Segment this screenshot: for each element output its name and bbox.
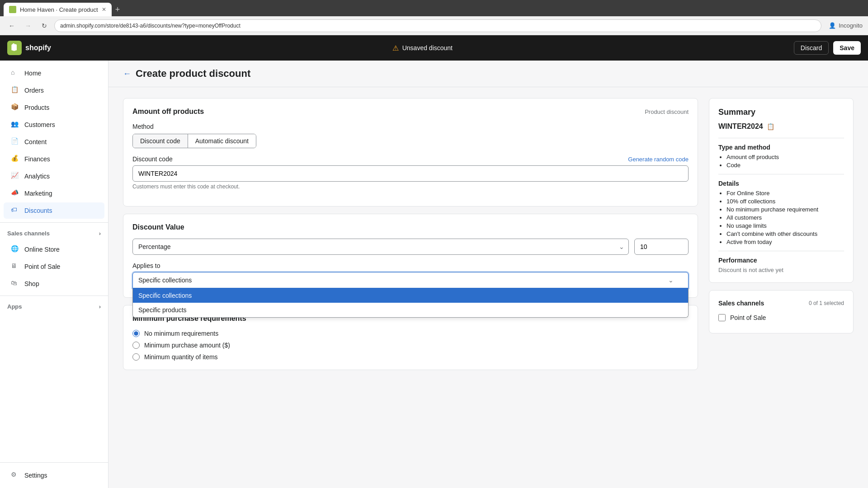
- radio-min-qty[interactable]: Minimum quantity of items: [132, 353, 689, 361]
- topbar-center: ⚠ Unsaved discount: [392, 44, 453, 52]
- pos-checkbox[interactable]: [718, 314, 726, 321]
- browser-tab[interactable]: Home Haven · Create product ✕: [4, 3, 112, 16]
- radio-no-min-label: No minimum requirements: [144, 330, 218, 337]
- sidebar-item-customers[interactable]: 👥 Customers: [4, 117, 104, 133]
- pos-icon: 🖥: [11, 262, 20, 271]
- sales-channels-chevron: ›: [99, 230, 101, 237]
- online-store-icon: 🌐: [11, 245, 20, 254]
- discount-code-header-row: Discount code Generate random code: [132, 155, 689, 163]
- method-tabs: Discount code Automatic discount: [132, 134, 256, 148]
- dropdown-option-collections[interactable]: Specific collections: [133, 288, 688, 303]
- shopify-topbar: shopify ⚠ Unsaved discount Discard Save: [0, 35, 868, 61]
- tab-favicon: [9, 6, 16, 13]
- performance-section: Performance Discount is not active yet: [718, 257, 844, 273]
- app-container: ⌂ Home 📋 Orders 📦 Products 👥 Customers 📄…: [0, 61, 868, 488]
- tab-close-icon[interactable]: ✕: [102, 6, 106, 13]
- browser-chrome: Home Haven · Create product ✕ +: [0, 0, 868, 16]
- sidebar-divider: [0, 222, 108, 223]
- sidebar-item-settings[interactable]: ⚙ Settings: [4, 467, 104, 483]
- detail-item-6: Active from today: [726, 239, 844, 245]
- main-content: ← Create product discount Amount off pro…: [108, 61, 868, 488]
- analytics-icon: 📈: [11, 172, 20, 181]
- sidebar-item-online-store[interactable]: 🌐 Online Store: [4, 241, 104, 258]
- sidebar-label-analytics: Analytics: [24, 173, 50, 180]
- percentage-select[interactable]: Percentage Fixed amount: [132, 239, 629, 255]
- radio-group: No minimum requirements Minimum purchase…: [132, 330, 689, 361]
- summary-divider-2: [718, 174, 844, 174]
- card-header-row: Amount off products Product discount: [132, 108, 689, 116]
- sidebar-item-shop[interactable]: 🛍 Shop: [4, 276, 104, 292]
- sales-channels-count: 0 of 1 selected: [809, 300, 844, 306]
- tab-automatic-discount[interactable]: Automatic discount: [188, 134, 256, 148]
- sidebar-label-content: Content: [24, 138, 47, 145]
- channel-item-pos: Point of Sale: [718, 311, 844, 324]
- discounts-icon: 🏷: [11, 206, 20, 215]
- sidebar-item-finances[interactable]: 💰 Finances: [4, 151, 104, 167]
- nav-forward-button[interactable]: →: [22, 19, 34, 32]
- generate-random-link[interactable]: Generate random code: [628, 156, 689, 163]
- sales-channels-section-header[interactable]: Sales channels ›: [0, 226, 108, 240]
- sidebar-label-orders: Orders: [24, 87, 44, 94]
- sidebar-item-home[interactable]: ⌂ Home: [4, 65, 104, 81]
- shopify-logo[interactable]: shopify: [7, 41, 51, 55]
- sidebar-label-marketing: Marketing: [24, 190, 52, 197]
- sales-channels-card-title: Sales channels: [718, 300, 764, 307]
- discount-value-card: Discount Value Percentage Fixed amount ⌄…: [123, 214, 698, 298]
- apps-section-header[interactable]: Apps ›: [0, 300, 108, 314]
- warning-icon: ⚠: [392, 44, 399, 52]
- details-title: Details: [718, 180, 844, 187]
- orders-icon: 📋: [11, 86, 20, 95]
- radio-min-amount[interactable]: Minimum purchase amount ($): [132, 342, 689, 349]
- nav-back-button[interactable]: ←: [5, 19, 18, 32]
- sidebar-item-point-of-sale[interactable]: 🖥 Point of Sale: [4, 258, 104, 275]
- percentage-select-wrapper: Percentage Fixed amount ⌄: [132, 239, 629, 255]
- back-button[interactable]: ←: [123, 69, 131, 79]
- sidebar-label-home: Home: [24, 70, 41, 77]
- page-title: Create product discount: [136, 68, 250, 80]
- detail-item-5: Can't combine with other discounts: [726, 230, 844, 237]
- address-bar[interactable]: admin.shopify.com/store/de8143-a6/discou…: [54, 19, 821, 32]
- percentage-value-wrapper: %: [634, 239, 689, 255]
- summary-divider-1: [718, 138, 844, 138]
- dropdown-option-products[interactable]: Specific products: [133, 303, 688, 317]
- radio-min-qty-input[interactable]: [132, 353, 140, 361]
- discount-code-group: Discount code Generate random code Custo…: [132, 155, 689, 190]
- summary-divider-3: [718, 251, 844, 251]
- radio-no-min[interactable]: No minimum requirements: [132, 330, 689, 337]
- sidebar-item-marketing[interactable]: 📣 Marketing: [4, 185, 104, 202]
- copy-icon[interactable]: 📋: [767, 123, 774, 130]
- main-panel: Amount off products Product discount Met…: [123, 98, 698, 370]
- discount-value-row: Percentage Fixed amount ⌄ %: [132, 239, 689, 255]
- sidebar-item-products[interactable]: 📦 Products: [4, 99, 104, 116]
- summary-card: Summary WINTER2024 📋 Type and method Amo…: [709, 98, 854, 283]
- sidebar-label-pos: Point of Sale: [24, 263, 60, 270]
- sidebar-item-analytics[interactable]: 📈 Analytics: [4, 168, 104, 184]
- applies-to-field[interactable]: Specific collections ⌄: [132, 272, 689, 288]
- save-button[interactable]: Save: [833, 41, 861, 55]
- discount-code-input[interactable]: [132, 165, 689, 182]
- nav-refresh-button[interactable]: ↻: [38, 19, 51, 32]
- summary-title: Summary: [718, 108, 844, 117]
- radio-no-min-input[interactable]: [132, 330, 140, 337]
- tab-discount-code[interactable]: Discount code: [133, 134, 188, 148]
- method-group: Method Discount code Automatic discount: [132, 123, 689, 148]
- sidebar-item-orders[interactable]: 📋 Orders: [4, 82, 104, 99]
- sidebar-item-content[interactable]: 📄 Content: [4, 134, 104, 150]
- radio-min-qty-label: Minimum quantity of items: [144, 353, 218, 361]
- new-tab-button[interactable]: +: [112, 3, 124, 16]
- incognito-label: Incognito: [839, 19, 863, 32]
- percentage-value-input[interactable]: [635, 243, 689, 250]
- discard-button[interactable]: Discard: [794, 41, 829, 55]
- type-item-1: Amount off products: [726, 154, 844, 160]
- radio-min-amount-input[interactable]: [132, 342, 140, 349]
- logo-text: shopify: [25, 44, 51, 52]
- browser-nav-bar: ← → ↻ admin.shopify.com/store/de8143-a6/…: [0, 16, 868, 35]
- sidebar-label-shop: Shop: [24, 280, 39, 287]
- sidebar-item-discounts[interactable]: 🏷 Discounts: [4, 202, 104, 219]
- radio-min-amount-label: Minimum purchase amount ($): [144, 342, 230, 349]
- sidebar-divider-2: [0, 296, 108, 296]
- incognito-icon[interactable]: 👤: [829, 19, 836, 32]
- applies-to-label: Applies to: [132, 262, 689, 269]
- sidebar-label-finances: Finances: [24, 155, 50, 163]
- sidebar-label-discounts: Discounts: [24, 207, 52, 214]
